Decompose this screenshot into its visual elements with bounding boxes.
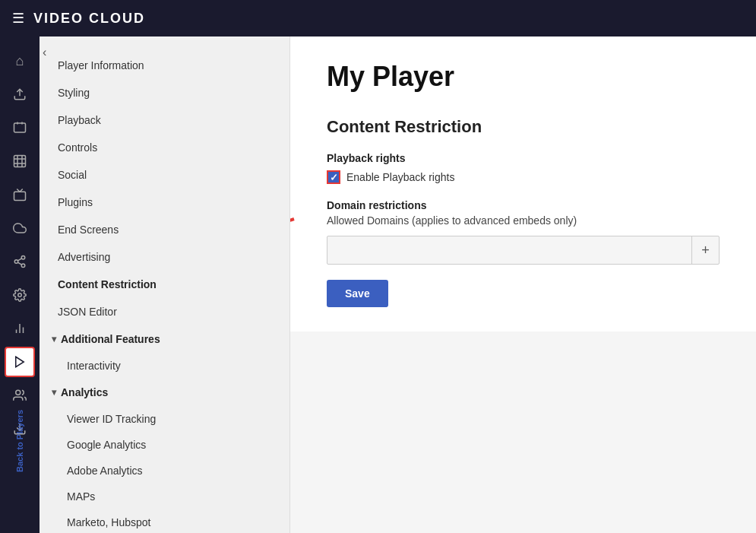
sidebar-item-playback[interactable]: Playback [40, 106, 289, 134]
domain-input-field[interactable] [327, 236, 691, 264]
sidebar-item-google-analytics[interactable]: Google Analytics [40, 432, 289, 458]
icon-sidebar: ⌂ [0, 36, 40, 533]
sidebar-icon-video[interactable] [5, 113, 35, 143]
add-domain-button[interactable]: + [691, 236, 719, 264]
app-logo: VIDEO CLOUD [33, 11, 145, 27]
save-button[interactable]: Save [327, 280, 388, 307]
secondary-sidebar: ‹ Player Information Styling Playback Co… [40, 36, 290, 533]
sidebar-collapse-button[interactable]: ‹ [43, 46, 46, 59]
top-navigation: ☰ VIDEO CLOUD [0, 0, 756, 36]
sidebar-item-player-information[interactable]: Player Information [40, 52, 289, 79]
chevron-down-icon: ▾ [52, 387, 56, 398]
body-layout: ⌂ [0, 36, 756, 533]
svg-rect-9 [14, 192, 26, 200]
svg-rect-1 [14, 123, 26, 132]
sidebar-section-analytics[interactable]: ▾ Analytics [40, 379, 289, 406]
sidebar-icon-tv[interactable] [5, 179, 35, 210]
playback-rights-row: ✓ Enable Playback rights [327, 170, 720, 184]
chevron-down-icon: ▾ [52, 334, 56, 344]
sidebar-item-marketo-hubspot[interactable]: Marketo, Hubspot [40, 509, 289, 533]
menu-icon[interactable]: ☰ [12, 10, 24, 27]
sidebar-item-content-restriction[interactable]: Content Restriction [40, 271, 289, 298]
playback-rights-label: Playback rights [327, 152, 720, 164]
sidebar-icon-home[interactable]: ⌂ [5, 46, 35, 76]
main-content: My Player Content Restriction Playback r… [290, 36, 756, 332]
sidebar-item-controls[interactable]: Controls [40, 134, 289, 161]
sidebar-item-json-editor[interactable]: JSON Editor [40, 298, 289, 325]
svg-point-20 [16, 390, 21, 395]
sidebar-icon-analytics[interactable] [5, 313, 35, 344]
back-to-players[interactable]: Back to Players [0, 410, 40, 472]
sidebar-icon-media[interactable] [5, 146, 35, 176]
sidebar-item-viewer-id-tracking[interactable]: Viewer ID Tracking [40, 406, 289, 432]
svg-line-13 [17, 262, 21, 265]
svg-line-14 [17, 259, 21, 261]
sidebar-icon-settings[interactable] [5, 280, 35, 310]
sidebar-item-plugins[interactable]: Plugins [40, 189, 289, 216]
svg-point-12 [21, 264, 25, 268]
svg-rect-4 [14, 156, 26, 167]
sidebar-icon-cloud[interactable] [5, 213, 35, 243]
section-title: Content Restriction [327, 117, 720, 137]
page-title: My Player [327, 61, 720, 93]
sidebar-item-interactivity[interactable]: Interactivity [40, 353, 289, 379]
svg-marker-19 [16, 357, 24, 367]
enable-playback-rights-checkbox[interactable]: ✓ [327, 170, 340, 184]
sidebar-icon-users[interactable] [5, 380, 35, 411]
sidebar-item-maps[interactable]: MAPs [40, 484, 289, 509]
domain-input-container: + [327, 236, 720, 265]
sidebar-section-additional-features[interactable]: ▾ Additional Features [40, 325, 289, 353]
sidebar-icon-share[interactable] [5, 246, 35, 277]
sidebar-item-adobe-analytics[interactable]: Adobe Analytics [40, 458, 289, 484]
sidebar-icon-upload[interactable] [5, 79, 35, 109]
svg-point-15 [18, 293, 22, 297]
sidebar-icon-players[interactable] [5, 347, 35, 377]
sidebar-item-end-screens[interactable]: End Screens [40, 216, 289, 243]
domain-restrictions-sublabel: Allowed Domains (applies to advanced emb… [327, 214, 720, 227]
domain-restrictions-label: Domain restrictions [327, 199, 720, 211]
sidebar-item-styling[interactable]: Styling [40, 79, 289, 106]
playback-rights-checkbox-label: Enable Playback rights [346, 171, 454, 183]
svg-point-10 [21, 256, 25, 260]
sidebar-item-advertising[interactable]: Advertising [40, 243, 289, 271]
svg-point-11 [14, 260, 18, 264]
sidebar-item-social[interactable]: Social [40, 161, 289, 189]
